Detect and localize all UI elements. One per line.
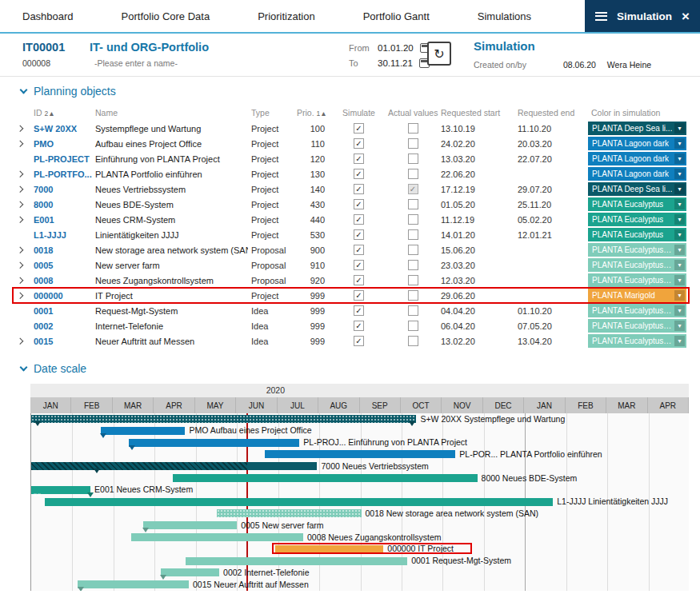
- row-id-link[interactable]: 0005: [30, 261, 92, 270]
- row-id-link[interactable]: 0001: [30, 306, 92, 316]
- nav-item-dashboard[interactable]: Dashboard: [22, 0, 74, 32]
- color-dropdown[interactable]: PLANTA Eucalyptus l...▾: [588, 243, 686, 257]
- simulate-checkbox[interactable]: ✓: [354, 321, 364, 331]
- gantt-bar[interactable]: [143, 521, 237, 529]
- gantt-bar[interactable]: ««: [31, 486, 90, 494]
- row-id-link[interactable]: PL-PROJECT: [30, 154, 92, 164]
- row-id-link[interactable]: 8000: [30, 200, 92, 209]
- actual-values-checkbox[interactable]: [408, 245, 418, 255]
- actual-values-checkbox[interactable]: [408, 199, 418, 209]
- gantt-bar[interactable]: [161, 568, 219, 576]
- simulate-checkbox[interactable]: ✓: [354, 184, 364, 194]
- color-dropdown[interactable]: PLANTA Lagoon dark▾: [588, 137, 686, 150]
- close-icon[interactable]: ×: [682, 10, 690, 23]
- gantt-bar[interactable]: [101, 427, 185, 435]
- row-id-link[interactable]: L1-JJJJ: [30, 230, 92, 240]
- row-expander[interactable]: [13, 339, 30, 344]
- actual-values-checkbox[interactable]: [408, 153, 418, 164]
- actual-values-checkbox[interactable]: [408, 260, 418, 270]
- from-date-field[interactable]: 01.01.20: [378, 43, 414, 53]
- color-dropdown[interactable]: PLANTA Marigold▾: [588, 289, 686, 302]
- expander-arrow-icon[interactable]: [17, 171, 23, 177]
- simulate-checkbox[interactable]: ✓: [354, 336, 364, 346]
- row-id-link[interactable]: 0015: [30, 337, 92, 346]
- actual-values-checkbox[interactable]: [408, 321, 418, 331]
- row-expander[interactable]: [13, 217, 30, 222]
- simulate-checkbox[interactable]: ✓: [354, 260, 364, 270]
- gantt-bar[interactable]: [186, 557, 407, 565]
- simulate-checkbox[interactable]: ✓: [354, 199, 364, 209]
- row-expander[interactable]: [13, 293, 30, 298]
- simulate-checkbox[interactable]: ✓: [354, 214, 364, 225]
- color-dropdown[interactable]: PLANTA Eucalyptus l...▾: [588, 258, 686, 272]
- row-id-link[interactable]: S+W 20XX: [30, 124, 92, 134]
- simulate-checkbox[interactable]: ✓: [354, 275, 364, 285]
- hamburger-icon[interactable]: [595, 12, 607, 21]
- actual-values-checkbox[interactable]: [408, 214, 418, 225]
- simulate-checkbox[interactable]: ✓: [354, 245, 364, 255]
- color-dropdown[interactable]: PLANTA Deep Sea li...▾: [588, 182, 686, 196]
- row-expander[interactable]: [13, 202, 30, 207]
- gantt-bar[interactable]: [31, 462, 317, 470]
- color-dropdown[interactable]: PLANTA Eucalyptus▾: [588, 228, 686, 241]
- expander-arrow-icon[interactable]: [17, 141, 23, 147]
- gantt-bar[interactable]: [265, 450, 455, 458]
- color-dropdown[interactable]: PLANTA Lagoon dark▾: [588, 152, 686, 165]
- nav-item-prioritization[interactable]: Prioritization: [258, 0, 315, 32]
- row-id-link[interactable]: E001: [30, 215, 92, 225]
- simulate-checkbox[interactable]: ✓: [354, 290, 364, 301]
- simulate-checkbox[interactable]: ✓: [354, 123, 364, 134]
- row-expander[interactable]: [13, 278, 30, 283]
- sort-indicator[interactable]: 2▲: [45, 110, 55, 118]
- expander-arrow-icon[interactable]: [17, 277, 23, 284]
- color-dropdown[interactable]: PLANTA Eucalyptus l...▾: [588, 334, 686, 348]
- row-expander[interactable]: [13, 263, 30, 268]
- expander-arrow-icon[interactable]: [17, 338, 23, 345]
- gantt-bar[interactable]: [131, 533, 303, 541]
- gantt-bar[interactable]: [78, 580, 189, 588]
- simulate-checkbox[interactable]: ✓: [354, 138, 364, 149]
- refresh-button[interactable]: ↻: [427, 42, 451, 66]
- actual-values-checkbox[interactable]: [408, 336, 418, 346]
- to-date-field[interactable]: 30.11.21: [378, 58, 413, 68]
- simulate-checkbox[interactable]: ✓: [354, 229, 364, 240]
- row-expander[interactable]: [13, 172, 30, 177]
- actual-values-checkbox[interactable]: [408, 275, 418, 285]
- expander-arrow-icon[interactable]: [17, 186, 23, 193]
- row-id-link[interactable]: 000000: [30, 291, 92, 301]
- simulate-checkbox[interactable]: ✓: [354, 305, 364, 316]
- gantt-bar[interactable]: [217, 509, 362, 517]
- date-scale-heading[interactable]: Date scale: [21, 362, 86, 375]
- row-id-link[interactable]: PMO: [30, 139, 92, 149]
- gantt-bar[interactable]: [173, 474, 478, 482]
- row-id-link[interactable]: 0018: [30, 245, 92, 255]
- color-dropdown[interactable]: PLANTA Eucalyptus l...▾: [588, 319, 686, 333]
- row-expander[interactable]: [13, 126, 30, 131]
- expander-arrow-icon[interactable]: [17, 247, 23, 253]
- row-id-link[interactable]: PL-PORTFO...: [30, 169, 92, 179]
- expander-arrow-icon[interactable]: [17, 126, 23, 132]
- color-dropdown[interactable]: PLANTA Eucalyptus▾: [588, 197, 686, 211]
- gantt-bar[interactable]: [31, 415, 416, 423]
- nav-item-portfolio-gantt[interactable]: Portfolio Gantt: [363, 0, 430, 32]
- color-dropdown[interactable]: PLANTA Eucalyptus l...▾: [588, 304, 686, 317]
- tab-simulation[interactable]: Simulation ×: [585, 0, 700, 32]
- sort-indicator[interactable]: 1▲: [317, 110, 327, 118]
- row-id-link[interactable]: 7000: [30, 185, 92, 194]
- row-expander[interactable]: [13, 248, 30, 253]
- actual-values-checkbox[interactable]: [408, 138, 418, 149]
- gantt-bar[interactable]: [45, 498, 553, 506]
- expander-arrow-icon[interactable]: [17, 217, 23, 223]
- actual-values-checkbox[interactable]: [408, 123, 418, 134]
- simulate-checkbox[interactable]: ✓: [354, 169, 364, 179]
- planning-objects-heading[interactable]: Planning objects: [21, 85, 116, 98]
- nav-item-portfolio-core-data[interactable]: Portfolio Core Data: [122, 0, 210, 32]
- row-expander[interactable]: [13, 142, 30, 146]
- row-id-link[interactable]: 0008: [30, 276, 92, 285]
- row-id-link[interactable]: 0002: [30, 321, 92, 331]
- nav-item-simulations[interactable]: Simulations: [478, 0, 531, 32]
- actual-values-checkbox[interactable]: [408, 305, 418, 316]
- actual-values-checkbox[interactable]: [408, 169, 418, 179]
- color-dropdown[interactable]: PLANTA Lagoon dark▾: [588, 167, 686, 181]
- actual-values-checkbox[interactable]: [408, 290, 418, 301]
